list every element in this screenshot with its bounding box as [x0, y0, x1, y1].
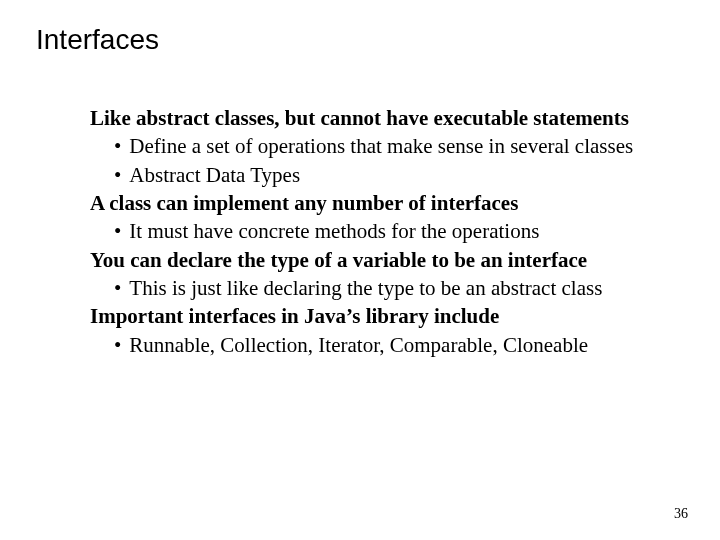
bullet-text: It must have concrete methods for the op… [129, 217, 664, 245]
lead-text-4: Important interfaces in Java’s library i… [90, 302, 664, 330]
bullet-text: Define a set of operations that make sen… [129, 132, 664, 160]
bullet-icon: • [114, 274, 121, 302]
bullet-icon: • [114, 331, 121, 359]
lead-text-3: You can declare the type of a variable t… [90, 246, 664, 274]
bullet-icon: • [114, 217, 121, 245]
lead-text-2: A class can implement any number of inte… [90, 189, 664, 217]
bullet-item: • Runnable, Collection, Iterator, Compar… [114, 331, 664, 359]
lead-text-1: Like abstract classes, but cannot have e… [90, 104, 664, 132]
bullet-icon: • [114, 132, 121, 160]
bullet-item: • Abstract Data Types [114, 161, 664, 189]
slide-body: Like abstract classes, but cannot have e… [90, 104, 664, 359]
bullet-text: Runnable, Collection, Iterator, Comparab… [129, 331, 664, 359]
bullet-item: • It must have concrete methods for the … [114, 217, 664, 245]
bullet-text: This is just like declaring the type to … [129, 274, 664, 302]
page-number: 36 [674, 506, 688, 522]
slide: Interfaces Like abstract classes, but ca… [0, 0, 720, 540]
bullet-icon: • [114, 161, 121, 189]
bullet-text: Abstract Data Types [129, 161, 664, 189]
bullet-item: • Define a set of operations that make s… [114, 132, 664, 160]
bullet-item: • This is just like declaring the type t… [114, 274, 664, 302]
slide-title: Interfaces [36, 24, 684, 56]
